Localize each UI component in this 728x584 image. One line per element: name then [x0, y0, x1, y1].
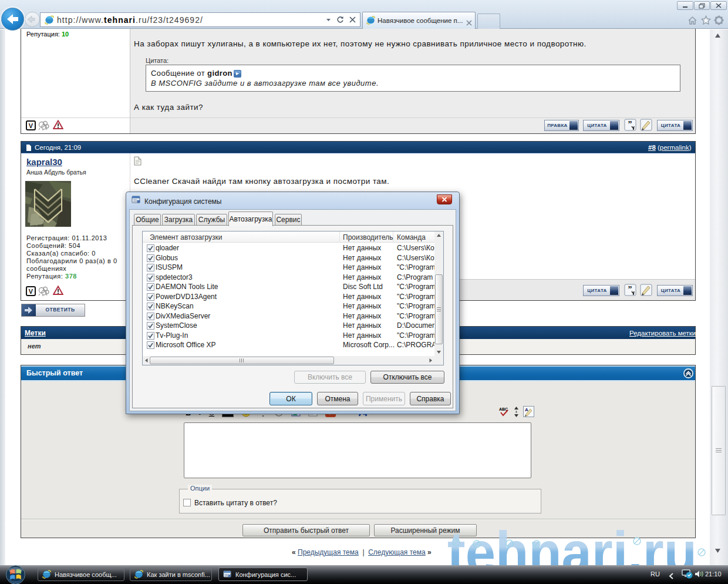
svg-text:V: V	[29, 122, 33, 129]
svg-text:tehnari.ru: tehnari.ru	[447, 526, 697, 565]
svg-text:”: ”	[628, 285, 632, 294]
svg-text:”: ”	[628, 120, 632, 129]
svg-text:V: V	[29, 288, 33, 295]
